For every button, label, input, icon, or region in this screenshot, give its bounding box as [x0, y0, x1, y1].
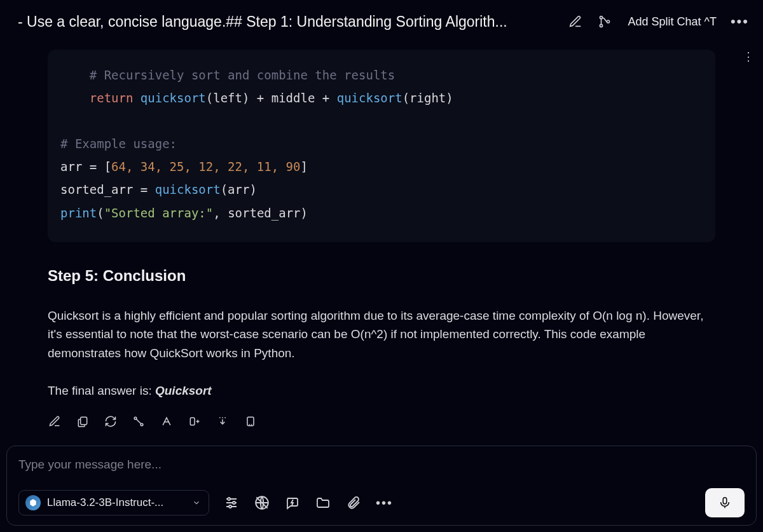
model-name-label: Llama-3.2-3B-Instruct-... — [47, 496, 186, 509]
regenerate-icon[interactable] — [104, 414, 118, 428]
svg-rect-3 — [81, 417, 87, 425]
folder-icon[interactable] — [315, 494, 331, 511]
app-header: - Use a clear, concise language.## Step … — [0, 0, 763, 43]
code-text: sorted_arr = — [60, 182, 155, 196]
svg-rect-16 — [723, 498, 727, 504]
svg-point-1 — [600, 24, 603, 27]
code-string: "Sorted array:" — [104, 206, 214, 220]
code-keyword: return — [60, 91, 133, 105]
svg-point-5 — [141, 423, 143, 426]
chevron-down-icon — [192, 498, 201, 507]
branch-message-icon[interactable] — [132, 414, 146, 428]
copy-icon[interactable] — [76, 414, 90, 428]
svg-point-14 — [229, 505, 231, 508]
section-heading: Step 5: Conclusion — [48, 264, 715, 287]
svg-point-2 — [607, 20, 610, 23]
code-fn: quicksort — [337, 91, 402, 105]
quick-prompt-icon[interactable] — [284, 494, 301, 511]
globe-disabled-icon[interactable] — [254, 494, 270, 511]
edit-icon[interactable] — [567, 13, 584, 31]
final-answer-prefix: The final answer is: — [48, 384, 155, 397]
code-fn: quicksort — [133, 91, 205, 105]
chat-content: ⋮ # Recursively sort and combine the res… — [0, 43, 763, 437]
message-vertical-menu-icon[interactable]: ⋮ — [743, 55, 754, 58]
code-comment: # Recursively sort and combine the resul… — [60, 68, 395, 82]
svg-point-9 — [224, 417, 226, 418]
code-fn: quicksort — [155, 182, 221, 196]
header-actions: Add Split Chat ^T ••• — [567, 13, 749, 31]
edit-message-icon[interactable] — [48, 414, 62, 428]
svg-rect-6 — [190, 418, 195, 425]
download-icon[interactable] — [216, 414, 230, 428]
code-numbers: 64, 34, 25, 12, 22, 11, 90 — [111, 160, 300, 174]
message-input-bar: Llama-3.2-3B-Instruct-... ••• — [6, 446, 757, 526]
final-answer-value: Quicksort — [155, 384, 212, 397]
code-text: ( — [97, 206, 104, 220]
code-comment: # Example usage: — [60, 137, 177, 151]
svg-marker-11 — [30, 499, 36, 507]
input-toolbar: Llama-3.2-3B-Instruct-... ••• — [18, 488, 745, 517]
more-menu-icon[interactable]: ••• — [731, 13, 749, 30]
input-tools: ••• — [223, 494, 393, 511]
code-text: (left) + middle + — [206, 91, 337, 105]
svg-point-0 — [600, 17, 603, 19]
settings-sliders-icon[interactable] — [223, 494, 240, 511]
insert-right-icon[interactable] — [188, 414, 202, 428]
code-fn: print — [60, 206, 97, 220]
clipboard-icon[interactable] — [244, 414, 258, 428]
svg-point-4 — [134, 417, 137, 419]
model-avatar-icon — [25, 495, 41, 510]
svg-point-8 — [222, 417, 223, 418]
add-split-chat-button[interactable]: Add Split Chat ^T — [625, 15, 719, 29]
code-text: ] — [301, 160, 308, 174]
microphone-button[interactable] — [705, 488, 745, 517]
message-actions — [48, 414, 715, 428]
model-selector[interactable]: Llama-3.2-3B-Instruct-... — [18, 490, 209, 515]
chat-title: - Use a clear, concise language.## Step … — [18, 13, 560, 31]
code-text: arr = [ — [60, 160, 111, 174]
svg-point-13 — [233, 501, 235, 504]
more-tools-icon[interactable]: ••• — [376, 496, 393, 510]
code-text: (right) — [402, 91, 453, 105]
message-input[interactable] — [18, 458, 745, 472]
continue-icon[interactable] — [160, 414, 174, 428]
code-text: (arr) — [221, 182, 257, 196]
svg-rect-10 — [247, 417, 254, 425]
svg-point-7 — [219, 417, 221, 418]
branch-icon[interactable] — [596, 13, 614, 31]
attach-icon[interactable] — [345, 494, 362, 511]
code-text: , sorted_arr) — [213, 206, 308, 220]
conclusion-paragraph: Quicksort is a highly efficient and popu… — [48, 306, 715, 362]
svg-point-12 — [228, 498, 230, 500]
final-answer-line: The final answer is: Quicksort — [48, 381, 715, 400]
code-block: # Recursively sort and combine the resul… — [48, 50, 715, 242]
